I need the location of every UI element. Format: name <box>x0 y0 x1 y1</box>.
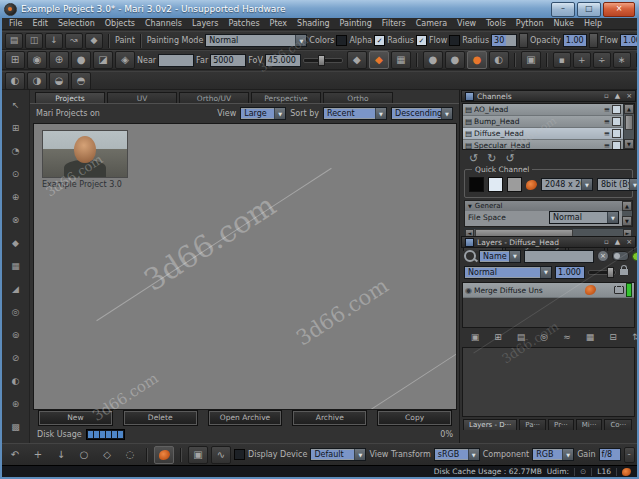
channel-depth-select[interactable]: 8bit (By ▼ <box>597 178 639 191</box>
marquee-select-tool-icon[interactable]: ⊞ <box>7 120 25 136</box>
pivot-icon[interactable]: ⊕ <box>49 51 69 69</box>
menu-item-selection[interactable]: Selection <box>53 19 100 28</box>
sort-order-select[interactable]: Descending ▼ <box>391 107 453 120</box>
opacity-slider-button[interactable] <box>589 33 598 48</box>
sphere-icon[interactable]: ● <box>71 51 91 69</box>
channel-row[interactable]: ▤ Specular_Head ≡ <box>463 140 623 150</box>
checker-icon[interactable]: ▣ <box>521 51 541 69</box>
minimize-button[interactable]: – <box>551 2 575 17</box>
select-tool-icon[interactable]: ↖ <box>7 97 25 113</box>
channel-row-selected[interactable]: ▤ Diffuse_Head ≡ <box>463 128 623 140</box>
component-select[interactable]: RGB ▼ <box>532 448 574 461</box>
gain-fstop-field[interactable]: f/8 <box>599 448 621 461</box>
new-project-icon[interactable]: ▤ <box>5 33 23 49</box>
add-adjustment-icon[interactable]: ◎ <box>535 330 553 346</box>
blur-tool-icon[interactable]: ⊛ <box>7 396 25 412</box>
eyedropper-tool-icon[interactable]: ◆ <box>7 235 25 251</box>
menu-item-layers[interactable]: Layers <box>187 19 223 28</box>
tab-patches[interactable]: Pa··· <box>519 419 546 430</box>
sort-select[interactable]: Recent ▼ <box>323 107 387 120</box>
snapshot-icon[interactable] <box>612 105 621 114</box>
ptex-vector-icon[interactable]: ↝ <box>65 33 83 49</box>
layer-search-input[interactable] <box>524 250 594 263</box>
file-space-select[interactable]: Normal ▼ <box>549 211 619 224</box>
filter-type-select[interactable]: Name ▼ <box>479 250 521 263</box>
layer-lock-icon[interactable] <box>614 286 624 294</box>
layer-row-selected[interactable]: ◉ Merge Diffuse Uns <box>463 283 634 298</box>
menu-item-nuke[interactable]: Nuke <box>549 19 579 28</box>
layer-opacity-field[interactable]: 1.000 <box>555 266 585 279</box>
display-device-select[interactable]: Default ▼ <box>310 448 366 461</box>
menu-item-filters[interactable]: Filters <box>377 19 411 28</box>
menu-item-channels[interactable]: Channels <box>140 19 187 28</box>
eraser-tool-icon[interactable]: ◐ <box>7 373 25 389</box>
smudge-tool-icon[interactable]: ◢ <box>7 281 25 297</box>
paint-splat-icon[interactable] <box>526 180 537 190</box>
view-select[interactable]: Large ▼ <box>240 107 286 120</box>
open-archive-button[interactable]: Open Archive <box>209 411 282 425</box>
add-channel-layer-icon[interactable]: ▤ <box>512 330 530 346</box>
gain-minus-button[interactable]: - <box>624 447 635 463</box>
clear-search-icon[interactable]: × <box>597 250 609 262</box>
menu-item-tools[interactable]: Tools <box>481 19 511 28</box>
projection4-icon[interactable]: ◓ <box>71 72 91 90</box>
radius-slider-button[interactable] <box>519 33 528 48</box>
menu-item-ptex[interactable]: Ptex <box>265 19 292 28</box>
fov-field[interactable]: 45.000 <box>265 54 301 67</box>
palette-close-icon[interactable]: × <box>626 238 632 246</box>
radius-field[interactable]: 30 <box>491 34 517 47</box>
project-thumbnail[interactable] <box>42 130 128 178</box>
mirror-both-icon[interactable]: ∗ <box>613 52 631 68</box>
merge-layers-icon[interactable]: ⊟ <box>604 330 622 346</box>
layers-palette-titlebar[interactable]: Layers - Diffuse_Head ▫ ▲ × <box>461 236 636 248</box>
section-collapse-icon[interactable]: ▼ <box>468 203 472 209</box>
view-transform-select[interactable]: sRGB ▼ <box>434 448 480 461</box>
drop-tool-icon[interactable]: ↓ <box>51 446 71 464</box>
scroll-up-icon[interactable]: ▲ <box>622 201 632 211</box>
pan-view-icon[interactable]: + <box>28 446 48 464</box>
lock-icon[interactable] <box>619 268 629 276</box>
cube-icon[interactable]: ⊞ <box>5 51 25 69</box>
symmetry-off-icon[interactable]: ▪ <box>553 52 571 68</box>
shading-shiny-icon[interactable]: ◐ <box>489 51 509 69</box>
projection1-icon[interactable]: ◐ <box>5 72 25 90</box>
channels-palette-titlebar[interactable]: Channels ▫ ▲ × <box>461 90 636 102</box>
black-swatch[interactable] <box>469 177 484 192</box>
paint-dab-icon[interactable]: ◈ <box>115 51 135 69</box>
white-swatch[interactable] <box>488 177 503 192</box>
channel-row[interactable]: ▤ AO_Head ≡ <box>463 104 623 116</box>
mirror-vertical-icon[interactable]: ÷ <box>593 52 611 68</box>
scroll-down-icon[interactable]: ▼ <box>622 216 632 226</box>
mask-tool-icon[interactable]: ⊘ <box>7 350 25 366</box>
gray-swatch[interactable] <box>507 177 522 192</box>
warp-tool-icon[interactable]: ▦ <box>7 258 25 274</box>
close-button[interactable]: × <box>603 2 635 17</box>
slice-tool-icon[interactable]: ⊗ <box>7 212 25 228</box>
project-browser[interactable]: Example Project 3.0 <box>33 123 457 410</box>
open-project-icon[interactable]: ◫ <box>25 33 43 49</box>
alpha-checkbox[interactable]: ✓ <box>374 35 385 46</box>
near-field[interactable] <box>158 54 194 67</box>
channel-size-select[interactable]: 2048 x 20 ▼ <box>541 178 593 191</box>
title-bar[interactable]: Example Project 3.0* - Mari 3.0v2 - Unsu… <box>0 0 639 18</box>
menu-item-file[interactable]: File <box>4 19 27 28</box>
copy-button[interactable]: Copy <box>378 411 451 425</box>
snapshot-icon[interactable] <box>612 117 621 126</box>
move-tool-icon[interactable]: ⊕ <box>7 189 25 205</box>
channel-row[interactable]: ▤ Bump_Head ≡ <box>463 116 623 128</box>
radius-checkbox[interactable]: ✓ <box>416 35 427 46</box>
projection3-icon[interactable]: ◒ <box>49 72 69 90</box>
towards-point-tool-icon[interactable]: ⊚ <box>7 327 25 343</box>
colors-checkbox[interactable] <box>336 35 347 46</box>
menu-item-python[interactable]: Python <box>511 19 549 28</box>
pan-tool-icon[interactable]: ◔ <box>7 143 25 159</box>
shading-basic-icon[interactable]: ● <box>445 51 465 69</box>
sync-all-icon[interactable]: ↺ <box>505 152 514 165</box>
sync-icon[interactable]: ↺ <box>469 152 478 165</box>
archive-button[interactable]: Archive <box>293 411 366 425</box>
snapshot-icon[interactable] <box>612 141 621 150</box>
paint-through-icon[interactable]: ◆ <box>369 51 389 69</box>
painting-mode-select[interactable]: Normal ▼ <box>205 34 307 47</box>
scroll-up-icon[interactable]: ▲ <box>624 104 634 114</box>
save-project-icon[interactable]: ↓ <box>45 33 63 49</box>
